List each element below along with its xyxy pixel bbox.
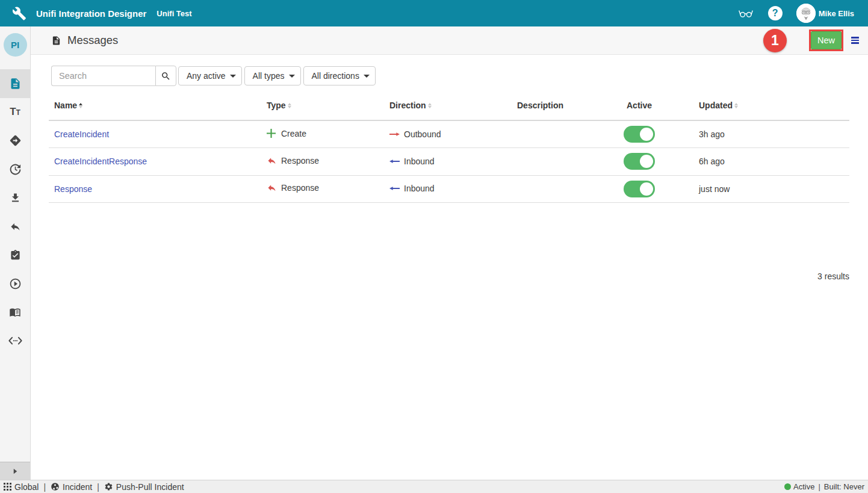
sidebar-item-fields-text[interactable]: TT (0, 98, 30, 127)
grid-icon (4, 483, 11, 491)
download-icon (10, 192, 21, 203)
direction-label: Inbound (404, 184, 435, 193)
chevron-right-icon (13, 468, 17, 474)
built-label: Built: Never (824, 482, 864, 491)
message-name-link[interactable]: Response (54, 184, 92, 194)
plus-icon (267, 129, 277, 138)
gear-icon (104, 482, 113, 491)
reply-red-icon (267, 183, 277, 193)
reply-red-icon (267, 156, 277, 166)
spectacles-icon[interactable] (739, 7, 753, 19)
help-icon[interactable]: ? (768, 6, 783, 20)
sidebar-item-code[interactable] (0, 327, 30, 356)
user-name[interactable]: Mike Ellis (819, 9, 854, 18)
active-toggle[interactable] (624, 153, 655, 170)
page-title: Messages (67, 34, 118, 47)
status-bar: Global|Incident|Push-Pull Incident Activ… (0, 480, 868, 493)
updated-label: just now (699, 184, 730, 194)
fields-text-icon: TT (10, 106, 20, 118)
arrow-left-icon (389, 185, 400, 192)
type-label: Create (281, 129, 306, 138)
arrow-left-icon (389, 158, 400, 165)
search-icon (161, 71, 171, 81)
filter-dropdown-any-active[interactable]: Any active (178, 66, 242, 85)
sidebar-item-documentation-book[interactable] (0, 298, 30, 327)
sort-ascending-icon (79, 103, 82, 108)
menu-hamburger-icon[interactable] (851, 37, 859, 44)
documentation-book-icon (8, 306, 22, 318)
sidebar-item-run-play[interactable] (0, 270, 30, 299)
sidebar-item-tasks-clipboard[interactable] (0, 241, 30, 270)
wrench-logo-icon (12, 6, 26, 20)
filter-bar: Any activeAll typesAll directions (51, 66, 849, 86)
search-input[interactable] (51, 66, 155, 86)
message-name-link[interactable]: CreateIncidentResponse (54, 157, 147, 166)
incident-wheel-icon (51, 482, 60, 491)
sort-toggle-icon (734, 103, 738, 108)
statusbar-item-push-pull-incident[interactable]: Push-Pull Incident (104, 482, 184, 492)
table-row: CreateIncidentResponseResponseInbound6h … (49, 148, 849, 176)
annotation-step-badge: 1 (763, 29, 787, 52)
sort-toggle-icon (428, 103, 432, 108)
type-label: Response (281, 156, 319, 166)
tasks-clipboard-icon (10, 249, 21, 261)
workspace-name[interactable]: Unifi Test (157, 9, 191, 18)
results-count: 3 results (49, 271, 849, 281)
caret-down-icon (364, 75, 370, 78)
status-active-label: Active (793, 482, 814, 491)
direction-label: Outbound (404, 129, 441, 139)
top-navigation-bar: Unifi Integration Designer Unifi Test ? (0, 0, 868, 26)
messages-document-icon (9, 77, 22, 90)
content-area: Any activeAll typesAll directions NameTy… (31, 55, 868, 281)
table-header-row: NameTypeDirectionDescriptionActiveUpdate… (49, 92, 849, 120)
filter-dropdown-all-directions[interactable]: All directions (303, 66, 376, 85)
profile-initials-badge[interactable]: PI (4, 33, 27, 57)
table-row: CreateIncidentCreateOutbound3h ago (49, 120, 849, 148)
direction-label: Inbound (404, 157, 435, 166)
column-header-direction[interactable]: Direction (384, 92, 512, 120)
sidebar-item-messages-document[interactable] (0, 69, 30, 98)
code-icon (8, 336, 22, 345)
sidebar-expand-button[interactable] (0, 462, 30, 480)
column-header-name[interactable]: Name (49, 92, 261, 120)
caret-down-icon (230, 75, 236, 78)
messages-table: NameTypeDirectionDescriptionActiveUpdate… (49, 92, 849, 203)
message-name-link[interactable]: CreateIncident (54, 129, 109, 139)
sidebar-item-history-clock[interactable] (0, 155, 30, 184)
table-row: ResponseResponseInboundjust now (49, 175, 849, 203)
active-toggle[interactable] (624, 181, 655, 197)
arrow-right-icon (389, 131, 400, 138)
caret-down-icon (289, 75, 295, 78)
sidebar-item-download[interactable] (0, 184, 30, 212)
annotation-highlight-frame: New (809, 29, 843, 51)
sidebar-item-routes-diamond[interactable] (0, 126, 30, 155)
statusbar-item-global[interactable]: Global (4, 482, 39, 492)
sidebar-nav: TT (0, 69, 30, 355)
app-title: Unifi Integration Designer (36, 8, 146, 19)
column-header-description: Description (512, 92, 618, 120)
sidebar-item-response-reply[interactable] (0, 212, 30, 241)
left-sidebar: PI TT (0, 26, 31, 480)
filter-dropdown-all-types[interactable]: All types (244, 66, 301, 85)
search-button[interactable] (155, 66, 176, 86)
page-header: Messages 1 New (31, 26, 868, 55)
column-header-type[interactable]: Type (261, 92, 384, 120)
main-area: Messages 1 New Any activeAll typesAll di… (31, 26, 868, 480)
updated-label: 3h ago (699, 129, 725, 139)
new-button[interactable]: New (811, 31, 842, 49)
updated-label: 6h ago (699, 157, 725, 166)
column-header-active: Active (618, 92, 693, 120)
response-reply-icon (9, 221, 22, 232)
run-play-icon (9, 278, 22, 290)
user-avatar[interactable] (796, 4, 816, 23)
type-label: Response (281, 183, 319, 193)
history-clock-icon (9, 163, 22, 176)
routes-diamond-icon (8, 134, 22, 147)
active-toggle[interactable] (624, 126, 655, 143)
active-status-dot (784, 483, 791, 490)
messages-document-icon (51, 34, 61, 47)
column-header-updated[interactable]: Updated (693, 92, 849, 120)
statusbar-item-incident[interactable]: Incident (51, 482, 92, 492)
sort-toggle-icon (288, 103, 291, 108)
